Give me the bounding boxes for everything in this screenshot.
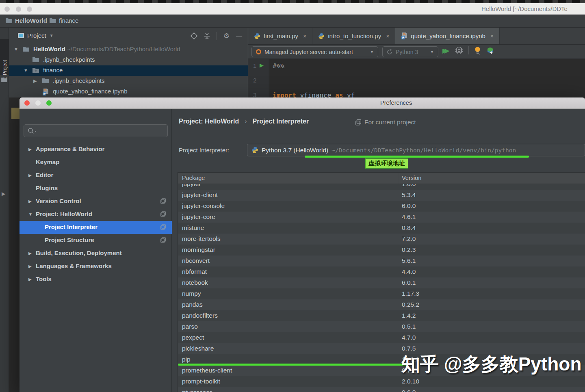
code-editor[interactable]: 1▶#%%23import yfinance as yf [248, 59, 585, 97]
annotation-label: 虚拟环境地址 [365, 158, 408, 169]
package-version: 2.0.10 [402, 378, 419, 385]
run-all-cells-icon[interactable]: ▶▶ [442, 47, 450, 54]
package-name: nbconvert [182, 257, 210, 264]
project-tree-item[interactable]: ▶.ipynb_checkpoints [9, 76, 248, 87]
tree-expand-icon[interactable]: ▶ [28, 173, 32, 178]
settings-tree-item[interactable]: ▶Editor [20, 169, 172, 182]
settings-tree-item[interactable]: ▶Version Control [20, 195, 172, 208]
dialog-titlebar[interactable]: Preferences [20, 97, 585, 109]
package-row[interactable]: prompt-toolkit 2.0.10 [178, 376, 585, 387]
project-tool-window-button[interactable]: 1: Project [0, 39, 9, 75]
settings-tree-item[interactable]: ▶Appearance & Behavior [20, 143, 172, 156]
settings-search-input[interactable] [24, 124, 168, 137]
dialog-minimize-button[interactable] [35, 100, 41, 106]
package-version: 1.17.3 [402, 290, 419, 297]
package-row[interactable]: jupyter-core 4.6.1 [178, 212, 585, 223]
tree-expand-icon[interactable]: ▶ [28, 277, 32, 282]
package-version: 6.0.1 [402, 279, 416, 286]
code-line[interactable]: 1▶#%% [248, 59, 585, 74]
settings-tree-item[interactable]: ▶Languages & Frameworks [20, 260, 172, 273]
folder-icon [1, 77, 7, 82]
settings-tree-item[interactable]: ▼Project: HelloWorld [20, 208, 172, 221]
package-row[interactable]: notebook 6.0.1 [178, 277, 585, 288]
tree-expand-icon[interactable]: ▶ [28, 147, 32, 152]
interpreter-select[interactable]: Python 3.7 (HelloWorld) ~/Documents/DDTe… [247, 144, 585, 156]
line-number: 1 [253, 62, 256, 69]
breadcrumb-project-settings[interactable]: Project: HelloWorld [179, 118, 239, 125]
close-tab-icon[interactable]: × [303, 33, 306, 39]
tree-expand-icon[interactable]: ▶ [28, 264, 32, 269]
folder-icon [6, 18, 12, 23]
jupyter-server-select[interactable]: Managed Jupyter server: auto-start ▼ [251, 46, 378, 57]
package-row[interactable]: more-itertools 7.2.0 [178, 234, 585, 245]
dialog-close-button[interactable] [24, 100, 30, 106]
breadcrumb-folder[interactable]: finance [50, 17, 78, 24]
chevron-down-icon: ▼ [50, 33, 54, 38]
dialog-zoom-button[interactable] [46, 100, 52, 106]
package-row[interactable]: pexpect 4.7.0 [178, 332, 585, 343]
code-line[interactable]: 2 [248, 74, 585, 88]
minimize-window-button[interactable] [16, 6, 21, 12]
project-tree-item[interactable]: ▼HelloWorld ~/Documents/DDTeachPython/He… [9, 44, 248, 55]
tree-expand-icon[interactable]: ▼ [14, 47, 18, 52]
kernel-select[interactable]: Python 3 ▼ [382, 46, 438, 57]
chevron-down-icon: ▼ [430, 50, 434, 54]
settings-tree-item[interactable]: Plugins [20, 182, 172, 195]
package-version: 1.0.0 [402, 184, 416, 188]
toolbar-separator [217, 32, 217, 40]
project-tree-item[interactable]: IPquote_yahoo_finance.ipynb [9, 87, 248, 97]
settings-tree-item[interactable]: Project Interpreter [20, 221, 172, 234]
zoom-window-button[interactable] [27, 6, 32, 12]
package-row[interactable]: morningstar 0.2.3 [178, 245, 585, 256]
editor-tab[interactable]: IP quote_yahoo_finance.ipynb × [395, 28, 500, 44]
preferences-sidebar: ▶Appearance & BehaviorKeymap▶EditorPlugi… [20, 109, 172, 392]
close-tab-icon[interactable]: × [490, 33, 494, 39]
pycharm-window: HelloWorld [~/Documents/DDTe HelloWorld … [0, 0, 585, 392]
locate-file-icon[interactable] [191, 32, 197, 39]
editor-tab[interactable]: intro_to_function.py × [312, 28, 395, 44]
close-tab-icon[interactable]: × [386, 33, 389, 39]
package-version: 4.4.0 [402, 268, 416, 275]
editor-tab[interactable]: first_main.py × [248, 28, 312, 44]
run-cell-icon[interactable]: ▶ [260, 62, 264, 68]
package-row[interactable]: jupyter-client 5.3.4 [178, 190, 585, 201]
lightbulb-icon[interactable] [474, 47, 481, 54]
tree-expand-icon[interactable]: ▼ [28, 212, 32, 217]
interpreter-name: Python 3.7 (HelloWorld) [262, 147, 328, 154]
settings-tree-item[interactable]: ▶Tools [20, 273, 172, 286]
tree-expand-icon[interactable]: ▼ [24, 68, 28, 73]
settings-gear-icon[interactable]: ⚙ [223, 32, 230, 40]
package-row[interactable]: parso 0.5.1 [178, 321, 585, 332]
package-row[interactable]: pandas 0.25.2 [178, 299, 585, 310]
package-row[interactable]: nbformat 4.4.0 [178, 266, 585, 277]
close-window-button[interactable] [4, 6, 10, 12]
package-row[interactable]: pandocfilters 1.4.2 [178, 310, 585, 321]
settings-tree-item[interactable]: Project Structure [20, 234, 172, 247]
package-table-header[interactable]: Package Version L [178, 173, 585, 184]
package-row[interactable]: nbconvert 5.6.1 [178, 256, 585, 266]
publish-upload-icon[interactable] [486, 47, 494, 54]
package-row[interactable]: numpy 1.17.3 [178, 288, 585, 299]
settings-tree-item[interactable]: ▶Build, Execution, Deployment [20, 247, 172, 260]
package-name: pandas [182, 301, 203, 308]
package-row[interactable]: ptyprocess 0.6.0 [178, 387, 585, 392]
tree-expand-icon[interactable]: ▶ [28, 251, 32, 256]
package-row[interactable]: mistune 0.8.4 [178, 223, 585, 234]
project-tree-item[interactable]: ▼finance [9, 65, 248, 76]
project-view-selector[interactable]: Project ▼ [18, 32, 54, 39]
editor-area: first_main.py × intro_to_function.py ×IP… [248, 28, 585, 97]
breadcrumb-project[interactable]: HelloWorld [6, 17, 47, 24]
tree-expand-icon[interactable]: ▶ [28, 199, 32, 204]
hide-panel-icon[interactable]: — [236, 32, 242, 39]
package-name: ptyprocess [182, 389, 212, 392]
tree-expand-icon[interactable]: ▶ [33, 78, 37, 84]
package-row[interactable]: jupyter-console 6.0.0 [178, 201, 585, 212]
collapse-all-icon[interactable] [204, 33, 210, 39]
package-name: jupyter-core [182, 213, 215, 221]
restart-kernel-icon[interactable] [455, 47, 463, 54]
settings-tree-item[interactable]: Keymap [20, 156, 172, 169]
project-tree-item[interactable]: .ipynb_checkpoints [9, 55, 248, 65]
navigation-breadcrumb: HelloWorld › finance [0, 15, 585, 28]
package-row-partial[interactable]: jupyter 1.0.0 [178, 184, 585, 190]
expand-arrow-icon[interactable]: ▶ [2, 191, 5, 197]
